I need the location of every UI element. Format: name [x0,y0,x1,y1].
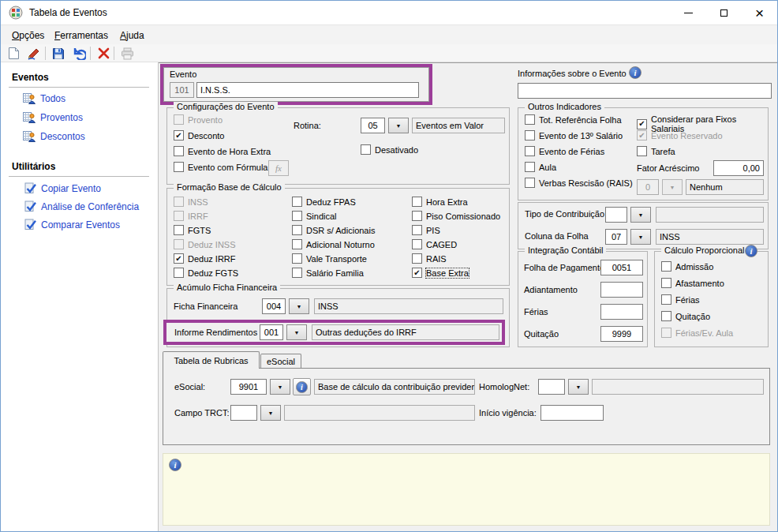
menu-ferramentas[interactable]: Ferramentas [51,29,111,42]
checkbox-tot-referencia-folha[interactable]: Tot. Referência Folha [525,114,622,125]
homolognet-dropdown-button[interactable] [568,379,589,395]
checkbox-afastamento[interactable]: Afastamento [661,278,724,288]
campo-trct-dropdown-button[interactable] [260,405,281,421]
ferias-field[interactable] [600,304,643,320]
checkbox-adicional-noturno[interactable]: Adicional Noturno [292,239,375,249]
adiantamento-field[interactable] [600,282,643,298]
evento-code-field[interactable]: 101 [170,82,194,98]
toolbar-separator [114,47,114,60]
informe-rendimentos-code[interactable]: 001 [260,324,283,340]
info-icon[interactable] [629,66,641,79]
folha-pagamento-field[interactable]: 0051 [600,260,643,275]
checkbox-base-extra[interactable]: Base Extra [412,268,469,278]
checkbox-inss[interactable]: INSS [174,197,208,207]
checkbox-dsr-adicionais[interactable]: DSR s/ Adicionais [292,225,375,235]
sidebar-item-comparar-eventos[interactable]: Comparar Eventos [24,219,120,230]
esocial-code-field[interactable]: 9901 [230,379,267,395]
formula-fx-button[interactable]: fx [268,160,289,176]
checkbox-tarefa[interactable]: Tarefa [637,146,675,156]
close-button[interactable] [742,1,777,24]
sidebar-item-analise-conferencia[interactable]: Análise de Conferência [24,200,139,212]
sidebar-eventos-title: Eventos [12,72,49,83]
menu-ajuda[interactable]: Ajuda [117,29,148,42]
checkbox-salario-familia[interactable]: Salário Familia [292,268,364,278]
minimize-button[interactable] [671,1,706,24]
checkbox-rais[interactable]: RAIS [412,253,447,264]
checkbox-hora-extra[interactable]: Hora Extra [412,197,468,207]
sidebar-item-proventos[interactable]: Proventos [23,111,83,123]
checkbox-piso-comissionado[interactable]: Piso Comissionado [412,211,500,221]
tipo-contribuicao-code[interactable] [605,207,627,223]
checkbox-evento-hora-extra[interactable]: Evento de Hora Extra [174,146,271,156]
ficha-financeira-dropdown-button[interactable] [289,298,309,314]
rotina-code-field[interactable]: 05 [361,118,385,133]
sidebar-item-descontos[interactable]: Descontos [23,130,85,142]
coluna-folha-dropdown-button[interactable] [630,229,651,245]
esocial-dropdown-button[interactable] [270,379,290,395]
checkbox-fgts[interactable]: FGTS [174,225,211,235]
checkbox-label: Evento de Hora Extra [188,147,271,156]
checkbox-desconto[interactable]: Desconto [174,130,224,140]
info-icon[interactable] [745,245,757,257]
checkbox-vale-transporte[interactable]: Vale Transporte [292,253,367,264]
checkbox-deduz-fgts[interactable]: Deduz FGTS [174,268,238,278]
delete-button[interactable] [94,45,113,62]
sidebar-item-todos[interactable]: Todos [23,92,65,104]
evento-name-field[interactable]: I.N.S.S. [196,82,419,98]
inicio-vigencia-field[interactable] [540,405,604,421]
group-title: Outros Indicadores [525,102,604,111]
checkbox-evento-reservado[interactable]: Evento Reservado [637,130,723,140]
sidebar-item-copiar-evento[interactable]: Copiar Evento [24,182,101,194]
homolognet-code-field[interactable] [538,379,565,395]
checkbox-evento-13-salario[interactable]: Evento de 13º Salário [525,130,623,140]
esocial-info-button[interactable] [293,378,311,395]
undo-button[interactable] [69,45,88,62]
checkbox-label: Afastamento [675,279,724,288]
nenhum-dropdown-button[interactable] [662,179,683,195]
informe-rendimentos-highlight-box: Informe Rendimentos 001 Outras deduções … [163,320,505,345]
quitacao-field[interactable]: 9999 [600,326,643,342]
campo-trct-code-field[interactable] [230,405,257,421]
checkbox-deduz-irrf[interactable]: Deduz IRRF [174,253,236,264]
print-button[interactable] [118,45,137,62]
checkbox-pis[interactable]: PIS [412,225,440,235]
coluna-folha-code[interactable]: 07 [605,229,627,245]
tab-tabela-de-rubricas[interactable]: Tabela de Rubricas [163,351,260,369]
checkbox-label: DSR s/ Adicionais [306,226,375,235]
info-evento-field[interactable] [518,83,772,99]
fator-acrescimo-field[interactable]: 0,00 [713,160,764,176]
checkbox-label: Férias/Ev. Aula [675,328,733,338]
tab-label: Tabela de Rubricas [174,356,248,365]
new-button[interactable] [4,45,23,62]
checkbox-deduz-inss[interactable]: Deduz INSS [174,239,236,249]
checkbox-aula[interactable]: Aula [525,162,556,172]
menu-opcoes[interactable]: Opções [9,29,47,42]
checkbox-evento-ferias[interactable]: Evento de Férias [525,146,604,156]
checkbox-box [412,211,422,221]
checkbox-prop-ferias[interactable]: Férias [661,294,700,305]
rotina-dropdown-button[interactable] [388,118,409,133]
checkbox-verbas-rescisao[interactable]: Verbas Rescisão (RAIS) [525,178,633,188]
checkbox-ferias-ev-aula[interactable]: Férias/Ev. Aula [661,328,733,338]
maximize-button[interactable] [706,1,742,24]
edit-pencil-icon [27,47,41,60]
tab-esocial[interactable]: eSocial [260,354,301,369]
checkbox-caged[interactable]: CAGED [412,239,457,249]
edit-button[interactable] [24,45,43,62]
informe-rendimentos-dropdown-button[interactable] [286,324,307,340]
checkbox-admissao[interactable]: Admissão [661,261,713,272]
ficha-financeira-code[interactable]: 004 [262,298,286,314]
save-button[interactable] [49,45,68,62]
checkbox-desativado[interactable]: Desativado [361,144,418,155]
checkbox-sindical[interactable]: Sindical [292,211,337,221]
checkbox-evento-com-formula[interactable]: Evento com Fórmula [174,162,267,172]
group-title: Cálculo Proporcional [661,245,748,255]
nenhum-code-field[interactable]: 0 [637,179,659,195]
checkbox-deduz-fpas[interactable]: Deduz FPAS [292,197,356,207]
checkbox-irrf[interactable]: IRRF [174,211,208,221]
tipo-contribuicao-dropdown-button[interactable] [630,207,651,223]
checkbox-prop-quitacao[interactable]: Quitação [661,311,710,321]
checkbox-provento[interactable]: Provento [174,114,223,125]
new-document-icon [8,47,20,60]
checkbox-label: Desativado [375,145,418,155]
